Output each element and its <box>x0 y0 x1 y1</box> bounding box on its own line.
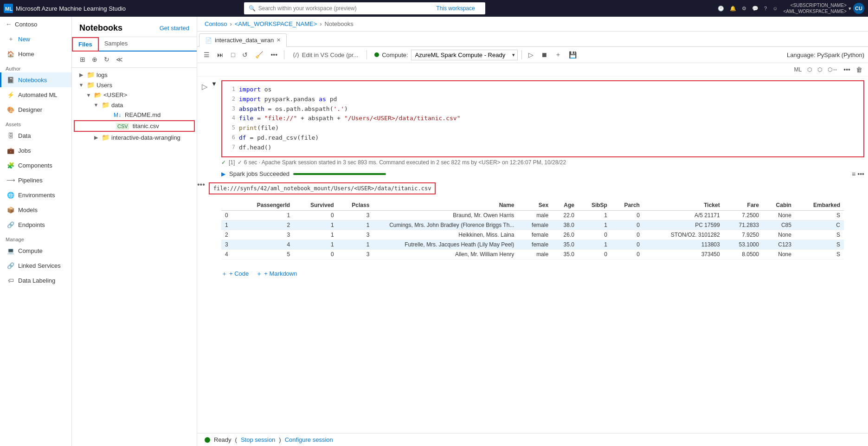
tree-item-readme[interactable]: M↓ README.md <box>72 110 197 120</box>
cell-run-btn[interactable]: ▷ <box>201 81 208 92</box>
code-text-4: file = "file://" + abspath + "/Users/<US… <box>239 114 460 123</box>
restart-btn[interactable]: ↺ <box>239 49 251 60</box>
cell-more-btn[interactable]: ••• <box>842 65 852 74</box>
smiley-icon[interactable]: ☺ <box>772 6 778 11</box>
folder-icon-logs: 📁 <box>87 71 95 78</box>
add-code-btn[interactable]: ＋ + Code <box>221 268 249 280</box>
sidebar-item-automated-ml[interactable]: ⚡ Automated ML <box>0 87 71 102</box>
compute-select-wrapper[interactable]: AzureML Spark Compute - Ready <box>411 50 518 60</box>
col-header-passengerid: PassengerId <box>236 200 294 211</box>
breadcrumb-contoso[interactable]: Contoso <box>205 20 227 27</box>
tree-arrow-users: ▼ <box>77 82 85 88</box>
brand-logo: ML Microsoft Azure Machine Learning Stud… <box>4 4 126 13</box>
sidebar-item-components[interactable]: 🧩 Components <box>0 158 71 173</box>
search-input[interactable] <box>258 5 434 12</box>
sidebar-item-designer[interactable]: 🎨 Designer <box>0 102 71 117</box>
toggle-sidebar-btn[interactable]: ☰ <box>201 49 212 60</box>
notebook-tab[interactable]: 📄 interactive_data_wran ✕ <box>199 33 287 47</box>
cell-option-btn1[interactable]: ⬡ <box>805 65 814 74</box>
sidebar-item-data[interactable]: 🗄 Data <box>0 128 71 143</box>
account-dropdown-icon[interactable]: ▾ <box>849 6 851 12</box>
new-button[interactable]: ＋ New <box>0 32 71 46</box>
compute-select[interactable]: AzureML Spark Compute - Ready <box>411 50 518 60</box>
settings-icon[interactable]: ⚙ <box>742 6 746 12</box>
tree-item-titanic[interactable]: CSV titanic.csv <box>74 120 195 132</box>
output-dots[interactable]: ••• <box>197 181 205 189</box>
cell-expand-btn[interactable]: ▼ <box>211 80 219 87</box>
refresh-btn[interactable]: ↻ <box>102 54 112 65</box>
col-header-fare: Fare <box>724 200 763 211</box>
folder-view-btn[interactable]: ⊞ <box>77 54 88 65</box>
toolbar-divider-2 <box>366 50 367 59</box>
sidebar-item-compute[interactable]: 💻 Compute <box>0 243 71 258</box>
stop-btn[interactable]: ⏹ <box>538 49 550 60</box>
tree-item-users[interactable]: ▼ 📁 Users <box>72 80 197 90</box>
sidebar-item-data-labeling[interactable]: 🏷 Data Labeling <box>0 273 71 288</box>
add-folder-btn[interactable]: ⊕ <box>90 54 100 65</box>
tree-item-logs[interactable]: ▶ 📁 logs <box>72 70 197 80</box>
sidebar-item-notebooks[interactable]: 📓 Notebooks <box>0 72 71 87</box>
col-header-name: Name <box>373 200 518 211</box>
folder-icon-data: 📁 <box>102 101 109 109</box>
cell-pclass: 3 <box>338 249 373 259</box>
ml-btn[interactable]: ML <box>792 65 804 74</box>
breadcrumb-workspace[interactable]: <AML_WORKSPACE_NAME> <box>235 20 317 27</box>
linked-services-label: Linked Services <box>18 262 61 269</box>
new-label: New <box>18 36 30 43</box>
stop-session-link[interactable]: Stop session <box>241 436 275 443</box>
notebook-tab-close[interactable]: ✕ <box>276 37 281 43</box>
search-scope-dropdown-icon[interactable]: ▾ <box>478 5 481 12</box>
run-btn[interactable]: ▷ <box>526 49 536 60</box>
home-label: Home <box>18 51 34 58</box>
add-cell-above-btn[interactable]: ＋ <box>552 49 564 61</box>
sidebar-item-jobs[interactable]: 💼 Jobs <box>0 143 71 158</box>
spark-jobs-expand-icon[interactable]: ▶ <box>221 171 225 177</box>
data-table: PassengerId Survived Pclass Name Sex Age… <box>221 200 844 259</box>
tree-item-data-folder[interactable]: ▼ 📁 data <box>72 100 197 110</box>
sidebar-item-home[interactable]: 🏠 Home <box>0 46 71 61</box>
tree-arrow-user: ▼ <box>85 92 92 98</box>
tab-samples[interactable]: Samples <box>99 37 134 51</box>
spark-jobs-progress-bar <box>293 173 386 175</box>
add-markdown-btn[interactable]: ＋ + Markdown <box>256 268 297 280</box>
tree-label-users: Users <box>96 82 112 89</box>
cell-name: Heikkinen, Miss. Laina <box>373 230 518 239</box>
pipelines-label: Pipelines <box>18 177 43 184</box>
bell-icon[interactable]: 🔔 <box>730 6 736 12</box>
code-box[interactable]: 1 import os 2 import pyspark.pandas as p… <box>221 80 864 157</box>
clear-btn[interactable]: 🧹 <box>252 49 266 60</box>
tree-item-user[interactable]: ▼ 📂 <USER> <box>72 90 197 100</box>
sidebar-item-pipelines[interactable]: ⟶ Pipelines <box>0 173 71 187</box>
col-header-sibsp: SibSp <box>578 200 611 211</box>
run-all-btn[interactable]: ⏭ <box>214 49 226 60</box>
cell-delete-btn[interactable]: 🗑 <box>854 65 864 74</box>
get-started-link[interactable]: Get started <box>160 25 189 32</box>
cell-option-btn3[interactable]: ⬡↔ <box>826 65 840 74</box>
sidebar-item-linked-services[interactable]: 🔗 Linked Services <box>0 258 71 273</box>
more-btn[interactable]: ••• <box>268 49 280 60</box>
feedback-icon[interactable]: 💬 <box>752 6 759 12</box>
tab-files[interactable]: Files <box>72 37 99 52</box>
tree-item-interactive-data[interactable]: ▶ 📁 interactive-data-wrangling <box>72 132 197 142</box>
spark-jobs-list-btn[interactable]: ≡ <box>852 170 855 178</box>
history-icon[interactable]: 🕐 <box>718 6 724 12</box>
interrupt-btn[interactable]: □ <box>228 49 238 60</box>
sidebar-item-endpoints[interactable]: 🔗 Endpoints <box>0 217 71 232</box>
collapse-btn[interactable]: ≪ <box>114 54 125 65</box>
search-scope[interactable]: This workspace <box>436 5 475 12</box>
search-bar[interactable]: 🔍 This workspace ▾ <box>244 2 485 14</box>
cell-pclass: 3 <box>338 210 373 220</box>
col-header-age: Age <box>552 200 578 211</box>
sidebar-item-environments[interactable]: 🌐 Environments <box>0 187 71 202</box>
help-icon[interactable]: ? <box>764 6 767 11</box>
save-btn[interactable]: 💾 <box>566 49 579 60</box>
spark-jobs-more-btn[interactable]: ••• <box>857 170 864 178</box>
edit-vscode-btn[interactable]: ⟨/⟩ Edit in VS Code (pr... <box>288 50 363 60</box>
avatar[interactable]: CU <box>853 3 864 14</box>
configure-session-link[interactable]: Configure session <box>285 436 333 443</box>
line-num-6: 6 <box>226 133 235 143</box>
sidebar-item-models[interactable]: 📦 Models <box>0 202 71 217</box>
cell-option-btn2[interactable]: ⬡ <box>816 65 824 74</box>
nav-back[interactable]: ← Contoso <box>0 17 71 32</box>
cell-fare: 71.2833 <box>724 220 763 230</box>
